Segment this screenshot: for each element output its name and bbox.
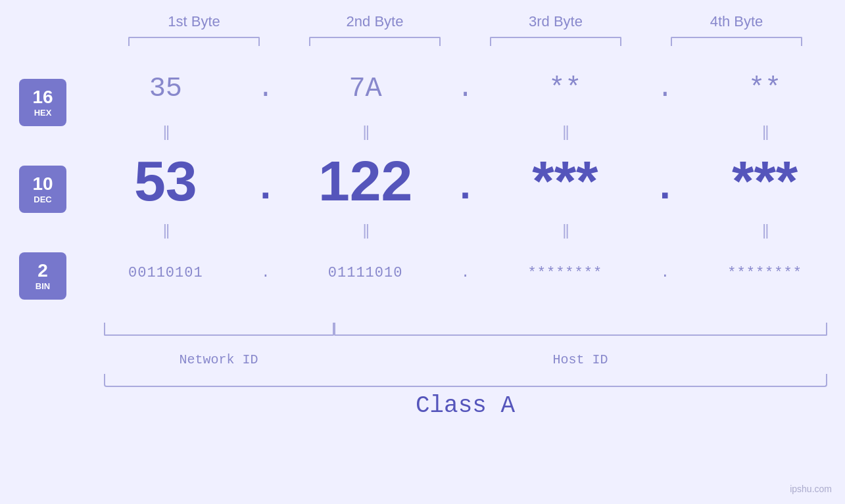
- byte2-bin: 01111010: [328, 265, 403, 281]
- dot1-hex: .: [257, 59, 274, 118]
- dot3-col: . . .: [645, 59, 685, 319]
- dot3-dec: .: [653, 145, 677, 217]
- bracket-byte3: [490, 37, 621, 46]
- watermark: ipshu.com: [790, 484, 832, 494]
- bracket-byte4: [671, 37, 802, 46]
- byte3-dec: ***: [532, 152, 598, 209]
- class-label: Class A: [104, 392, 827, 419]
- bracket-byte2: [309, 37, 441, 46]
- dot2-dec: .: [453, 145, 477, 217]
- byte2-dec: 122: [318, 152, 413, 209]
- dot3-bin: .: [661, 243, 669, 302]
- class-row: Class A: [104, 374, 827, 419]
- network-bracket: [104, 323, 334, 336]
- byte2-col: 7A || 122 || 01111010: [285, 59, 446, 319]
- byte2-header: 2nd Byte: [302, 13, 447, 30]
- byte3-eq2: ||: [562, 221, 567, 239]
- dot1-col: . . .: [246, 59, 285, 319]
- byte3-eq1: ||: [562, 122, 567, 141]
- badges-column: 16 HEX 10 DEC 2 BIN: [0, 59, 85, 319]
- dec-badge: 10 DEC: [19, 166, 66, 213]
- byte1-header: 1st Byte: [122, 13, 266, 30]
- byte3-bin: ********: [528, 265, 603, 281]
- dot3-hex: .: [657, 59, 673, 118]
- bracket-byte1: [128, 37, 260, 46]
- hex-badge: 16 HEX: [19, 79, 66, 126]
- byte1-hex: 35: [149, 73, 182, 104]
- data-columns: 35 || 53 || 00110101 . . . 7A || 122 || …: [85, 59, 845, 319]
- byte4-header: 4th Byte: [664, 13, 809, 30]
- top-bracket-row: [104, 37, 827, 46]
- byte3-col: ** || *** || ********: [485, 59, 646, 319]
- byte4-dec: ***: [732, 152, 798, 209]
- host-id-label: Host ID: [334, 352, 827, 367]
- byte1-dec: 53: [134, 152, 197, 209]
- byte2-hex: 7A: [349, 73, 381, 104]
- byte2-eq2: ||: [362, 221, 368, 239]
- byte4-hex: **: [748, 73, 781, 104]
- byte3-hex: **: [548, 73, 581, 104]
- byte4-eq1: ||: [762, 122, 767, 141]
- byte1-col: 35 || 53 || 00110101: [85, 59, 246, 319]
- main-grid: 16 HEX 10 DEC 2 BIN 35 || 53 || 00110101: [0, 59, 845, 319]
- byte1-eq1: ||: [163, 122, 168, 141]
- header-row: 1st Byte 2nd Byte 3rd Byte 4th Byte: [104, 13, 827, 30]
- byte3-header: 3rd Byte: [483, 13, 628, 30]
- dot2-hex: .: [457, 59, 473, 118]
- main-container: 1st Byte 2nd Byte 3rd Byte 4th Byte 16 H…: [0, 0, 845, 504]
- dot1-dec: .: [254, 145, 278, 217]
- host-bracket: [334, 323, 827, 336]
- byte1-bin: 00110101: [128, 265, 203, 281]
- dot2-col: . . .: [446, 59, 485, 319]
- bottom-area: Network ID Host ID: [104, 323, 827, 367]
- byte1-eq2: ||: [163, 221, 168, 239]
- byte2-eq1: ||: [362, 122, 368, 141]
- bin-badge: 2 BIN: [19, 252, 66, 300]
- dot1-bin: .: [261, 243, 270, 302]
- byte4-bin: ********: [727, 265, 802, 281]
- segment-brackets: [104, 323, 827, 349]
- network-id-label: Network ID: [104, 352, 334, 367]
- segment-labels: Network ID Host ID: [104, 352, 827, 367]
- byte4-col: ** || *** || ********: [685, 59, 845, 319]
- dot2-bin: .: [461, 243, 470, 302]
- byte4-eq2: ||: [762, 221, 767, 239]
- class-bracket: [104, 374, 827, 387]
